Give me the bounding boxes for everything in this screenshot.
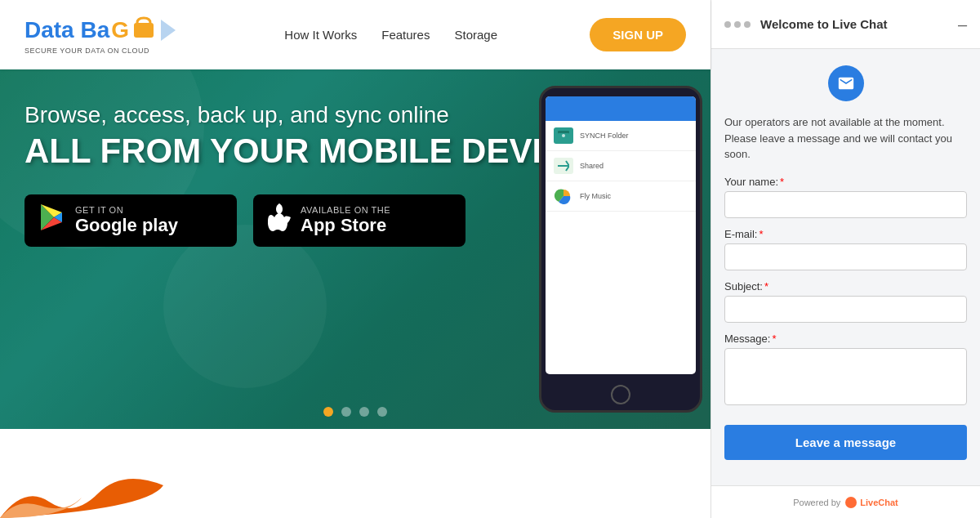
folder-icon [554,127,573,144]
email-input[interactable] [724,243,967,270]
app-store-small: Available on the [301,205,390,215]
apple-icon [268,203,291,238]
livechat-dot-2 [734,21,741,28]
hero-content: Browse, access, back up, and sync online… [24,102,589,247]
phone-row-1: SYNCH Folder [546,121,696,151]
google-play-text: GET IT ON Google play [75,205,178,236]
subject-input[interactable] [724,296,967,323]
name-field-group: Your name:* [724,176,967,218]
message-textarea[interactable] [724,348,967,405]
arrow-icon [161,20,176,41]
dot-4[interactable] [377,407,387,417]
logo-brand: Data Ba G [24,15,176,45]
logo-subtitle: SECURE YOUR DATA ON CLOUD [24,47,176,55]
google-play-small: GET IT ON [75,205,178,215]
dot-2[interactable] [341,407,351,417]
livechat-email-icon [828,65,864,101]
email-field-group: E-mail:* [724,228,967,270]
name-input[interactable] [724,191,967,218]
livechat-message: Our operators are not available at the m… [724,114,967,163]
phone-mockup: SYNCH Folder Shared [539,86,702,413]
dot-3[interactable] [359,407,369,417]
leave-message-button[interactable]: Leave a message [724,425,967,460]
google-play-icon [39,203,65,239]
fox-decoration [0,436,204,518]
phone-row-2: Shared [546,151,696,181]
app-buttons: GET IT ON Google play [24,194,589,247]
livechat-panel: Welcome to Live Chat – Our operators are… [710,0,980,518]
dot-1[interactable] [323,407,333,417]
app-store-large: App Store [301,215,390,236]
nav-storage[interactable]: Storage [454,28,497,42]
subject-required: * [764,280,768,292]
subject-label: Subject:* [724,280,967,292]
livechat-dot-1 [724,21,731,28]
pie-icon [554,188,573,204]
phone-row-3: Fly Music [546,181,696,212]
signup-button[interactable]: SIGN UP [590,18,686,51]
site-header: Data Ba G SECURE YOUR DATA ON CLOUD [0,0,710,69]
powered-by-text: Powered by [793,498,840,507]
livechat-header: Welcome to Live Chat – [711,0,980,49]
phone-home-button [611,385,630,404]
hero-title: ALL FROM YOUR MOBILE DEVICE [24,132,589,170]
share-icon [554,158,573,174]
subject-field-group: Subject:* [724,280,967,323]
email-label: E-mail:* [724,228,967,240]
livechat-window-controls [724,21,751,28]
livechat-title: Welcome to Live Chat [760,17,948,31]
svg-point-7 [562,134,565,137]
google-play-button[interactable]: GET IT ON Google play [24,194,237,247]
left-panel: Data Ba G SECURE YOUR DATA ON CLOUD [0,0,710,518]
bg-circle-2 [163,225,327,388]
nav-features[interactable]: Features [381,28,430,42]
below-hero [0,429,710,518]
svg-rect-0 [134,23,154,38]
email-icon [837,74,855,92]
app-store-button[interactable]: Available on the App Store [253,194,466,247]
message-required: * [772,333,776,345]
livechat-logo-text: LiveChat [860,498,898,507]
livechat-branding: LiveChat [845,497,898,508]
name-label: Your name:* [724,176,967,188]
phone-label-2: Shared [580,162,604,170]
livechat-logo-icon [845,497,857,508]
phone-label-3: Fly Music [580,192,611,200]
phone-screen: SYNCH Folder Shared [546,96,696,374]
bag-icon [131,15,157,39]
livechat-footer: Powered by LiveChat [711,485,980,518]
phone-bottom [541,382,700,407]
slider-dots [323,407,387,417]
livechat-body: Our operators are not available at the m… [711,49,980,485]
app-store-text: Available on the App Store [301,205,390,236]
hero-section: Browse, access, back up, and sync online… [0,69,710,429]
message-label: Message:* [724,333,967,345]
google-play-large: Google play [75,215,178,236]
livechat-minimize-button[interactable]: – [958,16,967,33]
logo: Data Ba G SECURE YOUR DATA ON CLOUD [24,15,176,55]
phone-screen-top [546,96,696,121]
hero-subtitle: Browse, access, back up, and sync online [24,102,589,128]
nav-how-it-works[interactable]: How It Works [284,28,357,42]
livechat-dot-3 [744,21,751,28]
main-nav: How It Works Features Storage [208,28,573,42]
name-required: * [780,176,784,188]
phone-label-1: SYNCH Folder [580,132,629,140]
email-required: * [759,228,763,240]
message-field-group: Message:* [724,333,967,409]
